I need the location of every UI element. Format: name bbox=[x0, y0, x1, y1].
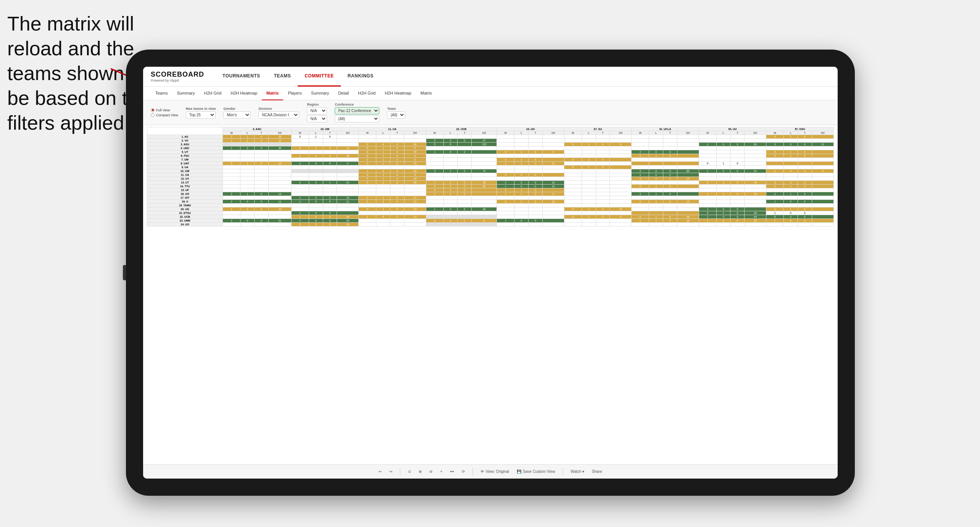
subnav-summary2[interactable]: Summary bbox=[306, 87, 334, 100]
radio-compact-view[interactable]: Compact View bbox=[151, 113, 178, 117]
toolbar-save-custom[interactable]: 💾 Save Custom View bbox=[517, 469, 555, 474]
matrix-cell bbox=[564, 154, 582, 158]
radio-dot-compact bbox=[151, 113, 155, 117]
matrix-cell: 18 bbox=[404, 177, 426, 181]
matrix-cell bbox=[443, 196, 458, 200]
filter-max-teams-select[interactable]: Top 25 Top 10 Top 50 bbox=[186, 111, 216, 119]
matrix-cell: 0 bbox=[458, 181, 472, 185]
matrix-cell bbox=[337, 139, 359, 143]
matrix-cell bbox=[472, 146, 497, 150]
matrix-cell: 0 bbox=[632, 215, 649, 219]
subnav-summary1[interactable]: Summary bbox=[172, 87, 199, 100]
toolbar-share[interactable]: Share bbox=[592, 469, 602, 474]
filter-region-select2[interactable]: N/A bbox=[307, 115, 327, 122]
toolbar-view-original[interactable]: 👁 View: Original bbox=[480, 469, 509, 474]
subnav-h2hheatmap2[interactable]: H2H Heatmap bbox=[380, 87, 416, 100]
toolbar-zoom-in[interactable]: ⊕ bbox=[419, 469, 422, 474]
matrix-cell: 0 bbox=[443, 150, 458, 154]
subnav-teams[interactable]: Teams bbox=[151, 87, 172, 100]
matrix-cell bbox=[497, 143, 514, 146]
toolbar-refresh[interactable]: ⟳ bbox=[462, 469, 465, 474]
subnav-matrix1[interactable]: Matrix bbox=[262, 87, 283, 100]
toolbar-zoom-out[interactable]: ⊖ bbox=[429, 469, 432, 474]
matrix-cell: 1 bbox=[376, 207, 390, 211]
filter-conference-select[interactable]: Pac-12 Conference (All) ACC Big Ten bbox=[335, 107, 379, 114]
sub-col-asu-w: W bbox=[223, 131, 240, 135]
matrix-cell bbox=[337, 177, 359, 181]
matrix-cell bbox=[564, 185, 582, 188]
nav-teams[interactable]: TEAMS bbox=[267, 67, 298, 87]
matrix-content[interactable]: 3. ASU 10. UW 11. UA 22. UCB 24. UO 27. … bbox=[143, 125, 838, 464]
matrix-cell: 11 bbox=[337, 146, 359, 150]
matrix-cell bbox=[359, 185, 376, 188]
subnav-players[interactable]: Players bbox=[283, 87, 306, 100]
matrix-cell: 0 bbox=[458, 188, 472, 192]
subnav-detail[interactable]: Detail bbox=[334, 87, 353, 100]
matrix-cell bbox=[730, 188, 745, 192]
filter-team-select[interactable]: (All) bbox=[387, 111, 405, 119]
matrix-cell bbox=[677, 211, 699, 215]
nav-tournaments[interactable]: TOURNAMENTS bbox=[216, 67, 267, 87]
subnav-matrix2[interactable]: Matrix bbox=[416, 87, 437, 100]
matrix-cell bbox=[596, 135, 610, 139]
matrix-cell bbox=[632, 181, 649, 185]
radio-full-view[interactable]: Full View bbox=[151, 108, 178, 112]
sub-col-ua-t: T bbox=[390, 131, 404, 135]
row-label: 15. UF bbox=[147, 188, 223, 192]
matrix-cell: 18 bbox=[677, 219, 699, 223]
matrix-cell bbox=[745, 173, 766, 177]
matrix-cell: 0 bbox=[309, 219, 323, 223]
matrix-cell bbox=[472, 135, 497, 139]
matrix-cell bbox=[632, 204, 649, 207]
matrix-cell bbox=[255, 173, 269, 177]
toolbar-redo[interactable]: ↪ bbox=[389, 469, 392, 474]
matrix-cell: 0 bbox=[596, 215, 610, 219]
filter-division-select[interactable]: NCAA Division I NCAA Division II NCAA Di… bbox=[258, 111, 299, 119]
matrix-cell bbox=[649, 207, 663, 211]
matrix-cell bbox=[497, 165, 514, 169]
matrix-cell bbox=[663, 188, 677, 192]
subnav-h2hgrid1[interactable]: H2H Grid bbox=[199, 87, 226, 100]
subnav-h2hgrid2[interactable]: H2H Grid bbox=[353, 87, 380, 100]
matrix-cell bbox=[542, 188, 564, 192]
matrix-cell: 0 bbox=[458, 150, 472, 154]
nav-committee[interactable]: COMMITTEE bbox=[298, 67, 341, 87]
matrix-cell bbox=[542, 158, 564, 162]
matrix-cell: 0 bbox=[404, 154, 426, 158]
matrix-cell bbox=[359, 188, 376, 192]
matrix-cell bbox=[716, 146, 730, 150]
matrix-cell bbox=[443, 215, 458, 219]
matrix-cell bbox=[632, 207, 649, 211]
row-label: 11. UA bbox=[147, 173, 223, 177]
sub-col-uw-dif: Dif bbox=[337, 131, 359, 135]
toolbar-add[interactable]: + bbox=[440, 469, 442, 474]
matrix-cell bbox=[677, 196, 699, 200]
toolbar-more[interactable]: ••• bbox=[450, 469, 454, 474]
matrix-cell: 1 bbox=[223, 146, 240, 150]
matrix-cell bbox=[472, 165, 497, 169]
filter-conference-select2[interactable]: (All) bbox=[335, 115, 379, 122]
matrix-cell bbox=[268, 185, 291, 188]
filter-region-select[interactable]: N/A East West bbox=[307, 107, 327, 114]
matrix-cell: 1 bbox=[784, 150, 798, 154]
sub-col-ucb-l: L bbox=[443, 131, 458, 135]
matrix-cell bbox=[582, 169, 596, 173]
matrix-cell bbox=[514, 169, 529, 173]
toolbar-reset[interactable]: ⊙ bbox=[408, 469, 411, 474]
matrix-cell bbox=[730, 158, 745, 162]
matrix-cell bbox=[812, 165, 833, 169]
matrix-cell bbox=[376, 219, 390, 223]
matrix-cell bbox=[699, 177, 716, 181]
toolbar-undo[interactable]: ↩ bbox=[379, 469, 382, 474]
matrix-cell bbox=[812, 211, 833, 215]
subnav-h2hheatmap1[interactable]: H2H Heatmap bbox=[226, 87, 262, 100]
matrix-cell bbox=[649, 139, 663, 143]
toolbar-watch[interactable]: Watch ▾ bbox=[571, 469, 584, 474]
filter-gender-select[interactable]: Men's Women's bbox=[223, 111, 251, 119]
nav-rankings[interactable]: RANKINGS bbox=[341, 67, 380, 87]
matrix-cell bbox=[255, 204, 269, 207]
matrix-cell: 29 bbox=[337, 223, 359, 227]
matrix-cell bbox=[610, 150, 632, 154]
matrix-cell bbox=[390, 185, 404, 188]
matrix-cell bbox=[649, 162, 663, 165]
